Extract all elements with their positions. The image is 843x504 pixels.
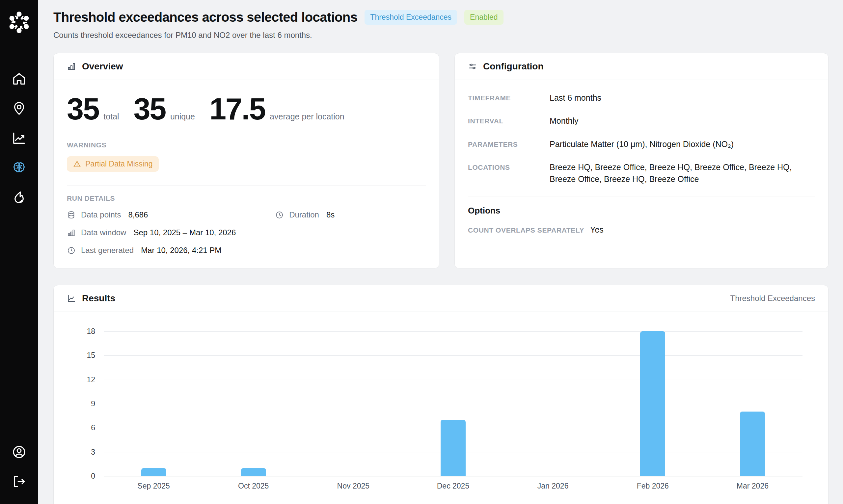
configuration-card: Configuration TIMEFRAME Last 6 months IN…	[454, 53, 828, 268]
stat-unique: 35 unique	[134, 94, 195, 124]
home-icon[interactable]	[11, 71, 27, 87]
stat-total: 35 total	[67, 94, 119, 124]
bar-slot	[703, 331, 803, 476]
bar-slot	[303, 331, 403, 476]
detail-data-window: Data window Sep 10, 2025 – Mar 10, 2026	[67, 228, 426, 237]
x-tick-label: Dec 2025	[403, 482, 503, 490]
bar-slot	[403, 331, 503, 476]
x-tick-label: Oct 2025	[204, 482, 303, 490]
configuration-card-header: Configuration	[455, 53, 828, 80]
configuration-divider	[468, 196, 815, 196]
detail-duration-value: 8s	[326, 210, 334, 219]
bars-row	[104, 331, 803, 476]
detail-last-generated-value: Mar 10, 2026, 4:21 PM	[141, 246, 221, 255]
user-circle-icon[interactable]	[11, 444, 27, 460]
sliders-icon	[468, 62, 477, 71]
bar-slot	[104, 331, 204, 476]
x-tick-label: Feb 2026	[603, 482, 703, 490]
bar-slot	[503, 331, 603, 476]
option-count-overlaps-value: Yes	[590, 225, 604, 235]
overview-card-header: Overview	[54, 53, 439, 80]
sidebar-bottom	[11, 444, 27, 489]
x-tick-label: Mar 2026	[703, 482, 803, 490]
warning-triangle-icon	[73, 160, 81, 168]
option-count-overlaps: COUNT OVERLAPS SEPARATELY Yes	[468, 225, 815, 235]
config-interval-value: Monthly	[550, 115, 579, 127]
config-parameters-value: Particulate Matter (10 μm), Nitrogen Dio…	[550, 138, 734, 150]
detail-data-points-label: Data points	[81, 210, 121, 219]
bar-mar-2026[interactable]	[740, 412, 765, 476]
config-parameters-label: PARAMETERS	[468, 138, 550, 150]
results-card-header: Results Threshold Exceedances	[54, 285, 828, 312]
configuration-title: Configuration	[483, 61, 544, 72]
bar-feb-2026[interactable]	[640, 331, 665, 476]
main-content: Threshold exceedances across selected lo…	[38, 0, 843, 504]
stat-unique-value: 35	[134, 94, 166, 124]
detail-last-generated-label: Last generated	[81, 246, 134, 255]
logout-icon[interactable]	[11, 474, 27, 489]
stat-average-value: 17.5	[209, 94, 265, 124]
config-locations-label: LOCATIONS	[468, 161, 550, 185]
run-details: Data points 8,686 Duration 8s	[67, 210, 426, 255]
options-title: Options	[468, 205, 815, 216]
sidebar	[0, 0, 38, 504]
y-tick-label: 6	[75, 424, 95, 432]
page-title: Threshold exceedances across selected lo…	[53, 10, 357, 25]
detail-data-points: Data points 8,686	[67, 210, 275, 219]
run-details-section-label: RUN DETAILS	[67, 194, 426, 202]
stat-average: 17.5 average per location	[209, 94, 344, 124]
stat-total-value: 35	[67, 94, 99, 124]
config-timeframe-value: Last 6 months	[550, 92, 601, 104]
page-header: Threshold exceedances across selected lo…	[53, 10, 828, 25]
chart-plot: 0369121518	[104, 331, 803, 476]
warning-badge: Partial Data Missing	[67, 156, 159, 172]
brain-icon[interactable]	[11, 160, 27, 176]
status-badge: Enabled	[464, 10, 503, 25]
chart-x-labels: Sep 2025Oct 2025Nov 2025Dec 2025Jan 2026…	[104, 482, 803, 490]
config-row-timeframe: TIMEFRAME Last 6 months	[468, 92, 815, 104]
option-count-overlaps-label: COUNT OVERLAPS SEPARATELY	[468, 226, 584, 234]
detail-data-window-value: Sep 10, 2025 – Mar 10, 2026	[133, 228, 236, 237]
x-tick-label: Jan 2026	[503, 482, 603, 490]
results-series-label: Threshold Exceedances	[730, 294, 815, 303]
config-row-locations: LOCATIONS Breeze HQ, Breeze Office, Bree…	[468, 161, 815, 185]
y-tick-label: 3	[75, 448, 95, 457]
bar-dec-2025[interactable]	[441, 420, 466, 476]
results-card: Results Threshold Exceedances 0369121518…	[53, 285, 828, 504]
stat-average-label: average per location	[270, 112, 344, 121]
config-timeframe-label: TIMEFRAME	[468, 92, 550, 104]
detail-data-points-value: 8,686	[128, 210, 148, 219]
config-interval-label: INTERVAL	[468, 115, 550, 127]
bar-sep-2025[interactable]	[141, 468, 166, 476]
chart: 0369121518 Sep 2025Oct 2025Nov 2025Dec 2…	[104, 331, 803, 490]
overview-card: Overview 35 total 35 unique 17.5 average…	[53, 53, 439, 268]
overview-stats: 35 total 35 unique 17.5 average per loca…	[67, 94, 426, 124]
type-badge: Threshold Exceedances	[364, 10, 457, 25]
database-icon	[67, 211, 76, 219]
config-row-parameters: PARAMETERS Particulate Matter (10 μm), N…	[468, 138, 815, 150]
y-tick-label: 15	[75, 351, 95, 360]
detail-duration: Duration 8s	[275, 210, 426, 219]
flame-icon[interactable]	[11, 190, 27, 205]
bar-chart-icon	[67, 62, 76, 71]
line-chart-icon	[67, 294, 76, 303]
location-pin-icon[interactable]	[11, 101, 27, 116]
detail-duration-label: Duration	[289, 210, 319, 219]
results-title: Results	[82, 293, 115, 304]
config-row-interval: INTERVAL Monthly	[468, 115, 815, 127]
warnings-section-label: WARNINGS	[67, 141, 426, 149]
bar-slot	[204, 331, 303, 476]
stat-total-label: total	[103, 112, 119, 121]
detail-last-generated: Last generated Mar 10, 2026, 4:21 PM	[67, 246, 426, 255]
warning-badge-label: Partial Data Missing	[85, 160, 153, 168]
y-tick-label: 9	[75, 399, 95, 408]
stat-unique-label: unique	[170, 112, 195, 121]
logo-splash-icon	[5, 5, 33, 39]
y-tick-label: 0	[75, 472, 95, 481]
bar-oct-2025[interactable]	[241, 468, 266, 476]
y-tick-label: 18	[75, 327, 95, 336]
trend-chart-icon[interactable]	[11, 130, 27, 146]
bar-slot	[603, 331, 703, 476]
clock-icon	[275, 211, 284, 219]
x-tick-label: Sep 2025	[104, 482, 204, 490]
